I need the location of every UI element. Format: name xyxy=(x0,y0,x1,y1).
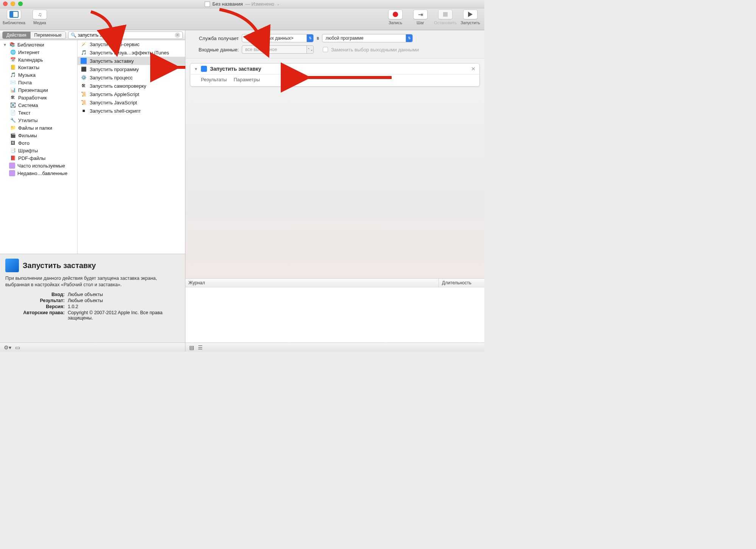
tree-item[interactable]: Система xyxy=(0,101,77,109)
action-item-icon xyxy=(81,99,87,105)
info-panel: Запустить заставку При выполнении данног… xyxy=(0,254,185,343)
step-tab-params[interactable]: Параметры xyxy=(233,77,260,82)
step-icon xyxy=(413,9,428,19)
category-icon xyxy=(10,95,16,101)
tree-item[interactable]: PDF-файлы xyxy=(0,154,77,162)
tree-smart-folder[interactable]: Часто используемые xyxy=(0,162,77,169)
action-result-row[interactable]: Запустить JavaScript xyxy=(78,98,185,107)
toolbar: Библиотека Медиа Запись Шаг Остановить З… xyxy=(0,8,484,30)
close-window-icon[interactable] xyxy=(3,2,8,6)
step-tab-results[interactable]: Результаты xyxy=(201,77,227,82)
zoom-window-icon[interactable] xyxy=(18,2,23,6)
tree-item-label: Часто используемые xyxy=(17,163,65,169)
tree-item[interactable]: Разработчик xyxy=(0,94,77,101)
media-button[interactable]: Медиа xyxy=(29,9,51,25)
info-title: Запустить заставку xyxy=(23,261,96,270)
action-item-label: Запустить самопроверку xyxy=(90,83,146,89)
workflow-step[interactable]: ▼ Запустить заставку ✕ Результаты Параме… xyxy=(190,63,480,87)
tree-item-label: PDF-файлы xyxy=(18,155,45,161)
action-result-row[interactable]: Запустить визуа…эффекты iTunes xyxy=(78,48,185,57)
action-results[interactable]: Запустить веб-сервисЗапустить визуа…эффе… xyxy=(78,40,185,254)
tree-item[interactable]: Шрифты xyxy=(0,147,77,154)
tree-item-label: Шрифты xyxy=(18,148,38,154)
category-icon xyxy=(10,79,16,85)
tree-item[interactable]: Контакты xyxy=(0,64,77,71)
tree-item[interactable]: Почта xyxy=(0,79,77,86)
replace-output-label: Заменить выбор выходными данными xyxy=(331,47,419,53)
search-field[interactable]: 🔍 ✕ xyxy=(68,31,183,39)
tree-item[interactable]: Презентации xyxy=(0,86,77,94)
service-app-select[interactable]: любой программе ⇅ xyxy=(322,34,413,42)
tree-root[interactable]: ▼ Библиотеки xyxy=(0,41,77,48)
tab-actions[interactable]: Действия xyxy=(3,32,30,39)
action-item-label: Запустить AppleScript xyxy=(90,92,139,97)
step-disclosure-icon[interactable]: ▼ xyxy=(194,67,198,71)
tree-item-label: Презентации xyxy=(18,87,48,93)
service-input-select[interactable]: <нет входных данных> ⇅ xyxy=(242,34,314,42)
play-icon xyxy=(463,9,478,19)
action-result-row[interactable]: Запустить процесс xyxy=(78,73,185,82)
action-item-label: Запустить JavaScript xyxy=(90,100,137,105)
category-icon xyxy=(10,87,16,93)
search-input[interactable] xyxy=(78,33,173,38)
view-list-icon[interactable]: ▤ xyxy=(189,344,194,350)
action-item-icon xyxy=(81,91,87,97)
clear-search-icon[interactable]: ✕ xyxy=(175,33,180,38)
window-title: Без названия — Изменено ⌄ xyxy=(205,1,280,7)
step-close-icon[interactable]: ✕ xyxy=(471,66,476,72)
action-item-icon xyxy=(81,58,87,64)
log-col-duration[interactable]: Длительность xyxy=(439,279,484,287)
smart-folder-icon xyxy=(9,170,15,176)
category-tree[interactable]: ▼ Библиотеки ИнтернетКалендарьКонтактыМу… xyxy=(0,40,78,254)
workflow-canvas[interactable]: ▼ Запустить заставку ✕ Результаты Параме… xyxy=(185,59,484,278)
step-button[interactable]: Шаг xyxy=(409,9,431,25)
library-panel: Действия Переменные 🔍 ✕ ▼ Библиотеки Инт… xyxy=(0,30,185,352)
action-result-row[interactable]: Запустить программу xyxy=(78,65,185,73)
tree-item[interactable]: Интернет xyxy=(0,48,77,56)
tree-item[interactable]: Музыка xyxy=(0,71,77,79)
step-title: Запустить заставку xyxy=(210,66,261,72)
gear-menu-icon[interactable]: ⚙︎▾ xyxy=(4,344,11,350)
tree-item[interactable]: Фото xyxy=(0,139,77,147)
tree-item-label: Разработчик xyxy=(18,95,47,101)
document-name: Без названия xyxy=(212,1,243,7)
log-col-journal[interactable]: Журнал xyxy=(185,279,439,287)
view-flow-icon[interactable]: ☰ xyxy=(198,344,203,350)
action-item-icon xyxy=(81,83,87,89)
tree-item-label: Недавно…бавленные xyxy=(17,171,67,176)
tab-variables[interactable]: Переменные xyxy=(30,32,65,39)
library-button[interactable]: Библиотека xyxy=(3,9,25,25)
tree-item-label: Контакты xyxy=(18,65,39,70)
action-item-icon xyxy=(81,50,87,56)
record-icon xyxy=(388,9,403,19)
category-icon xyxy=(10,64,16,70)
action-result-row[interactable]: Запустить заставку xyxy=(78,57,185,65)
tree-item-label: Фильмы xyxy=(18,133,37,138)
tree-smart-folder[interactable]: Недавно…бавленные xyxy=(0,169,77,177)
action-item-label: Запустить shell-скрипт xyxy=(90,108,141,114)
category-icon xyxy=(10,155,16,161)
title-dropdown-icon[interactable]: ⌄ xyxy=(277,2,280,6)
minimize-window-icon[interactable] xyxy=(11,2,15,6)
action-result-row[interactable]: Запустить AppleScript xyxy=(78,90,185,98)
tree-item[interactable]: Файлы и папки xyxy=(0,124,77,132)
tree-item[interactable]: Текст xyxy=(0,109,77,116)
tree-item-label: Календарь xyxy=(18,57,43,63)
toggle-panel-icon[interactable]: ▭ xyxy=(15,344,20,350)
action-result-row[interactable]: Запустить самопроверку xyxy=(78,82,185,90)
category-icon xyxy=(10,110,16,116)
tree-item[interactable]: Утилиты xyxy=(0,116,77,124)
disclosure-icon[interactable]: ▼ xyxy=(3,43,7,47)
action-item-icon xyxy=(81,108,87,114)
tree-item-label: Интернет xyxy=(18,50,40,55)
record-button[interactable]: Запись xyxy=(384,9,406,25)
action-result-row[interactable]: Запустить shell-скрипт xyxy=(78,107,185,115)
tree-item[interactable]: Фильмы xyxy=(0,132,77,139)
action-icon xyxy=(5,259,19,272)
category-icon xyxy=(10,57,16,63)
run-button[interactable]: Запустить xyxy=(459,9,481,25)
tree-item[interactable]: Календарь xyxy=(0,56,77,64)
left-bottom-bar: ⚙︎▾ ▭ xyxy=(0,343,185,352)
action-result-row[interactable]: Запустить веб-сервис xyxy=(78,40,185,48)
category-icon xyxy=(10,102,16,108)
